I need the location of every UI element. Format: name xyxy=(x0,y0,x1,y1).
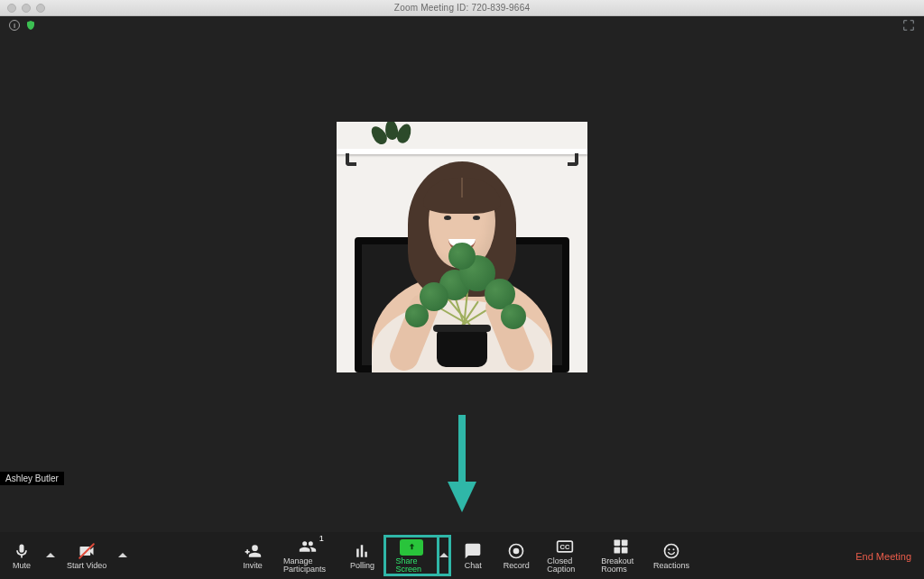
polling-button[interactable]: Polling xyxy=(340,532,383,579)
video-options-caret[interactable] xyxy=(116,532,130,579)
svg-marker-3 xyxy=(118,553,127,557)
background-shelf xyxy=(337,149,587,154)
participant-video-tile[interactable] xyxy=(337,122,587,372)
invite-label: Invite xyxy=(243,562,263,570)
invite-button[interactable]: Invite xyxy=(231,532,274,579)
polling-icon xyxy=(353,542,371,560)
enter-fullscreen-icon[interactable] xyxy=(902,19,915,32)
svg-point-6 xyxy=(513,547,520,554)
svg-text:CC: CC xyxy=(560,543,570,551)
start-video-button[interactable]: Start Video xyxy=(58,532,116,579)
reactions-icon xyxy=(662,542,680,560)
closed-caption-icon: CC xyxy=(556,538,574,556)
audio-options-caret[interactable] xyxy=(43,532,58,579)
svg-rect-9 xyxy=(614,540,621,547)
encryption-shield-icon[interactable] xyxy=(25,20,36,31)
participant-name-tag: Ashley Butler xyxy=(0,472,64,485)
svg-marker-4 xyxy=(439,553,448,557)
chat-icon xyxy=(464,542,482,560)
record-label: Record xyxy=(504,562,530,570)
closed-caption-label: Closed Caption xyxy=(547,557,583,574)
svg-rect-11 xyxy=(614,547,621,554)
svg-rect-0 xyxy=(458,415,466,485)
svg-rect-12 xyxy=(622,547,628,554)
breakout-rooms-button[interactable]: Breakout Rooms xyxy=(592,532,650,579)
participants-count-badge: 1 xyxy=(319,535,324,543)
window-title: Zoom Meeting ID: 720-839-9664 xyxy=(0,3,924,13)
svg-point-13 xyxy=(665,544,679,557)
record-icon xyxy=(507,542,525,560)
held-plant-icon xyxy=(394,232,530,367)
background-plant-icon xyxy=(373,122,418,149)
microphone-icon xyxy=(13,542,31,560)
manage-participants-button[interactable]: 1 Manage Participants xyxy=(274,532,340,579)
mute-label: Mute xyxy=(13,562,31,570)
breakout-rooms-label: Breakout Rooms xyxy=(601,557,641,574)
chat-label: Chat xyxy=(465,562,482,570)
chat-button[interactable]: Chat xyxy=(451,532,494,579)
start-video-label: Start Video xyxy=(67,562,106,570)
meeting-topbar: i xyxy=(0,16,924,34)
invite-icon xyxy=(244,542,262,560)
manage-participants-label: Manage Participants xyxy=(283,557,331,574)
svg-point-15 xyxy=(673,548,675,550)
meeting-info-icon[interactable]: i xyxy=(9,20,20,31)
mac-titlebar: Zoom Meeting ID: 720-839-9664 xyxy=(0,0,924,16)
mute-button[interactable]: Mute xyxy=(0,532,43,579)
meeting-toolbar: Mute Start Video Invite 1 xyxy=(0,532,924,579)
share-screen-icon xyxy=(400,539,423,556)
closed-caption-button[interactable]: CC Closed Caption xyxy=(538,532,592,579)
share-screen-button[interactable]: Share Screen xyxy=(383,535,439,576)
participants-icon: 1 xyxy=(299,538,317,556)
svg-rect-10 xyxy=(622,540,628,547)
annotation-arrow-icon xyxy=(444,415,480,514)
breakout-rooms-icon xyxy=(612,538,630,556)
share-options-caret[interactable] xyxy=(439,535,451,576)
svg-marker-1 xyxy=(448,482,476,512)
svg-marker-2 xyxy=(46,553,55,557)
reactions-button[interactable]: Reactions xyxy=(650,532,693,579)
polling-label: Polling xyxy=(350,562,374,570)
record-button[interactable]: Record xyxy=(494,532,538,579)
video-area: Ashley Butler xyxy=(0,34,924,532)
svg-point-14 xyxy=(669,548,670,550)
end-meeting-button[interactable]: End Meeting xyxy=(855,551,911,562)
video-camera-off-icon xyxy=(78,542,96,560)
share-screen-label: Share Screen xyxy=(395,557,428,574)
reactions-label: Reactions xyxy=(653,562,689,570)
person-illustration xyxy=(367,156,557,372)
